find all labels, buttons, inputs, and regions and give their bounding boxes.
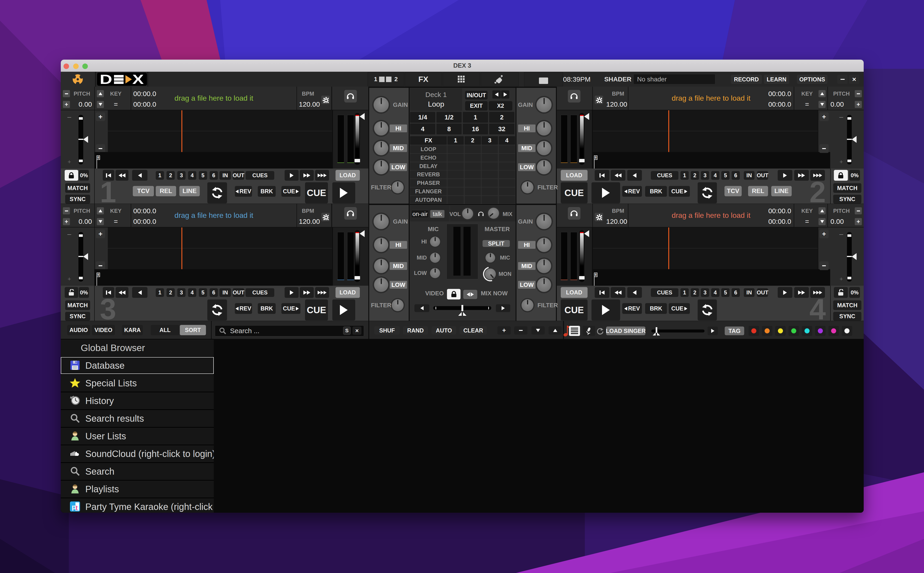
svg-text:t: t	[75, 504, 78, 512]
